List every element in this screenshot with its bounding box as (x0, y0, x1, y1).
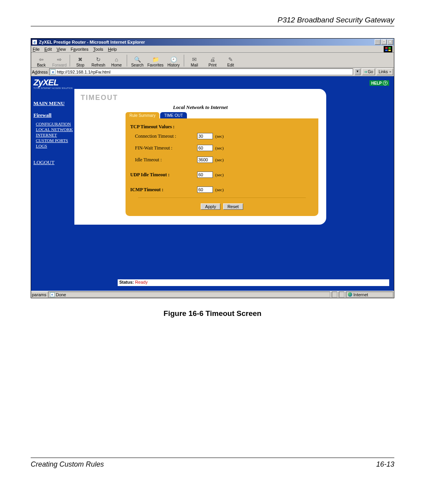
history-button[interactable]: 🕘History (165, 54, 182, 67)
window-title: ZyXEL Prestige Router - Microsoft Intern… (39, 40, 145, 44)
tab-timeout[interactable]: TIME OUT (160, 112, 187, 118)
nav-configuration[interactable]: CONFIGURATION (36, 122, 74, 126)
home-button[interactable]: ⌂Home (108, 54, 125, 67)
unit-sec: (sec) (215, 146, 224, 150)
close-button[interactable]: × (387, 39, 393, 45)
page-icon: e (50, 292, 55, 297)
print-button[interactable]: 🖨Print (204, 54, 221, 67)
nav-local-network[interactable]: LOCAL NETWORK (36, 127, 74, 132)
status-value: Ready (135, 280, 148, 284)
tab-rule-summary[interactable]: Rule Summary (126, 112, 159, 118)
refresh-button[interactable]: ↻Refresh (90, 54, 107, 67)
doc-footer: Creating Custom Rules 16-13 (31, 458, 394, 469)
edit-button[interactable]: ✎Edit (222, 54, 239, 67)
udp-idle-timeout-input[interactable] (197, 172, 213, 178)
unit-sec: (sec) (215, 172, 224, 177)
udp-idle-timeout-label: UDP Idle Timeout : (130, 172, 197, 178)
icmp-timeout-label: ICMP Timeout : (130, 187, 197, 193)
content-card: TIMEOUT Local Network to Internet Rule S… (74, 89, 326, 225)
footer-left: Creating Custom Rules (31, 460, 104, 469)
unit-sec: (sec) (215, 157, 224, 162)
apply-button[interactable]: Apply (201, 203, 220, 210)
toolbar: ⇦Back ⇨Forward ✖Stop ↻Refresh ⌂Home 🔍Sea… (31, 53, 394, 68)
menu-file[interactable]: File (33, 47, 40, 52)
page-icon: e (50, 69, 55, 74)
links-button[interactable]: Links» (377, 68, 393, 75)
footer-right: 16-13 (376, 460, 394, 469)
main-menu-heading: MAIN MENU (33, 100, 74, 107)
mail-button[interactable]: ✉Mail (186, 54, 203, 67)
nav-logs[interactable]: LOGS (36, 144, 74, 148)
sidebar: ZyXEL TOTAL INTERNET ACCESS SOLUTION MAI… (31, 76, 74, 291)
unit-sec: (sec) (215, 134, 224, 138)
nav-internet[interactable]: INTERNET (36, 133, 74, 137)
timeout-panel: TCP Timeout Values : Connection Timeout … (126, 118, 318, 216)
nav-logout[interactable]: LOGOUT (33, 159, 74, 166)
help-button[interactable]: HELP ? (370, 80, 389, 86)
ie-status-bar: params e Done Internet (31, 291, 394, 298)
stop-button[interactable]: ✖Stop (72, 54, 89, 67)
connection-timeout-input[interactable] (197, 133, 213, 139)
brand-logo: ZyXEL TOTAL INTERNET ACCESS SOLUTION (33, 79, 74, 89)
menu-category-firewall[interactable]: Firewall (33, 112, 74, 118)
titlebar: e ZyXEL Prestige Router - Microsoft Inte… (31, 39, 394, 46)
address-url: http://192.168.1.1/rpFw.html (57, 70, 110, 74)
ie-status-zone: Internet (346, 292, 393, 297)
address-label: Address (32, 70, 48, 74)
browser-window: e ZyXEL Prestige Router - Microsoft Inte… (31, 38, 394, 298)
minimize-button[interactable]: _ (375, 39, 381, 45)
finwait-timeout-label: FIN-Wait Timeout : (130, 145, 197, 151)
ie-icon: e (32, 39, 37, 45)
ie-status-left: e Done (48, 292, 330, 297)
unit-sec: (sec) (215, 187, 224, 192)
page-title: TIMEOUT (81, 94, 326, 102)
doc-header: P312 Broadband Security Gateway (31, 16, 394, 26)
menu-edit[interactable]: Edit (44, 47, 52, 52)
menu-view[interactable]: View (57, 47, 66, 52)
help-icon: ? (383, 81, 388, 85)
restore-button[interactable]: ❐ (381, 39, 387, 45)
windows-logo-icon (384, 46, 392, 52)
menu-help[interactable]: Help (108, 47, 117, 52)
finwait-timeout-input[interactable] (197, 145, 213, 151)
menubar: File Edit View Favorites Tools Help (31, 46, 394, 53)
nav-custom-ports[interactable]: CUSTOM PORTS (36, 138, 74, 143)
reset-button[interactable]: Reset (223, 203, 243, 210)
idle-timeout-input[interactable] (197, 157, 213, 163)
go-button[interactable]: ➜Go (362, 68, 375, 75)
figure-caption: Figure 16-6 Timeout Screen (31, 309, 394, 318)
forward-button[interactable]: ⇨Forward (51, 54, 68, 67)
favorites-button[interactable]: 📁Favorites (147, 54, 164, 67)
icmp-timeout-input[interactable] (197, 186, 213, 193)
tcp-section-heading: TCP Timeout Values : (130, 124, 314, 130)
search-button[interactable]: 🔍Search (129, 54, 146, 67)
connection-timeout-label: Connection Timeout : (130, 133, 197, 139)
app-status-bar: Status: Ready (118, 279, 389, 286)
page-content: ZyXEL TOTAL INTERNET ACCESS SOLUTION MAI… (31, 76, 394, 291)
page-subtitle: Local Network to Internet (74, 104, 326, 111)
menu-favorites[interactable]: Favorites (70, 47, 88, 52)
address-dropdown[interactable]: ▼ (355, 68, 360, 75)
address-bar: Address e http://192.168.1.1/rpFw.html ▼… (31, 68, 394, 76)
address-input[interactable]: e http://192.168.1.1/rpFw.html (49, 68, 353, 75)
internet-zone-icon (348, 292, 352, 297)
back-button[interactable]: ⇦Back (33, 54, 50, 67)
idle-timeout-label: Idle Timeout : (130, 157, 197, 163)
menu-tools[interactable]: Tools (93, 47, 103, 52)
